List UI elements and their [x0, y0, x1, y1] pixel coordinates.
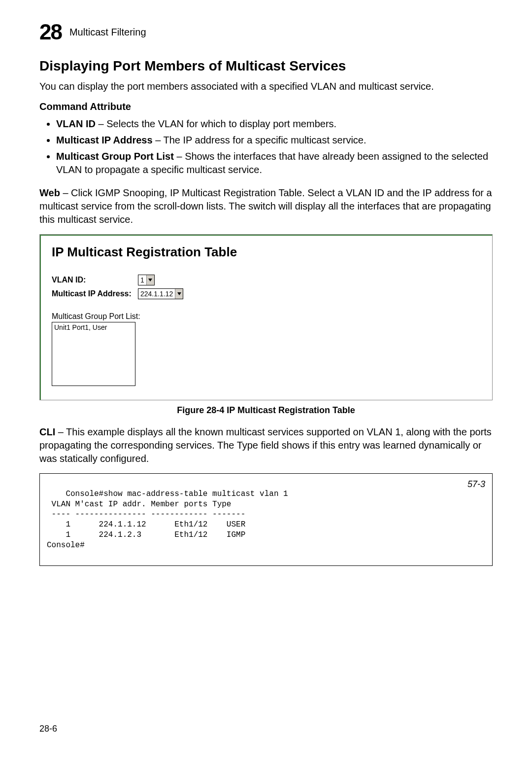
web-lead: Web	[39, 187, 60, 198]
chapter-title: Multicast Filtering	[69, 27, 146, 38]
cli-ref: 57-3	[467, 479, 485, 490]
list-item: Multicast IP Address – The IP address fo…	[56, 134, 493, 147]
port-list-label: Multicast Group Port List:	[52, 312, 481, 321]
section-heading: Displaying Port Members of Multicast Ser…	[39, 58, 493, 74]
cli-output-box: 57-3Console#show mac-address-table multi…	[39, 473, 493, 566]
chapter-number: 28	[39, 20, 62, 44]
intro-paragraph: You can display the port members associa…	[39, 80, 493, 93]
registration-table-panel-wrap: IP Multicast Registration Table VLAN ID:…	[39, 234, 493, 400]
command-attribute-heading: Command Attribute	[39, 101, 493, 112]
multicast-ip-value: 224.1.1.12	[140, 290, 175, 298]
port-list-item[interactable]: Unit1 Port1, User	[54, 323, 133, 331]
chevron-down-icon	[146, 275, 154, 285]
chapter-header: 28 Multicast Filtering	[39, 20, 493, 44]
web-desc: – Click IGMP Snooping, IP Multicast Regi…	[39, 187, 492, 225]
cli-lead: CLI	[39, 426, 55, 437]
list-item: Multicast Group Port List – Shows the in…	[56, 150, 493, 176]
svg-marker-1	[177, 292, 181, 295]
multicast-ip-label: Multicast IP Address:	[52, 289, 138, 298]
vlan-id-row: VLAN ID: 1	[52, 275, 481, 285]
page-number: 28-6	[39, 724, 493, 734]
vlan-id-dropdown[interactable]: 1	[138, 275, 155, 285]
bullet-term: VLAN ID	[56, 118, 96, 129]
cli-desc: – This example displays all the known mu…	[39, 426, 492, 464]
bullet-term: Multicast Group Port List	[56, 151, 174, 162]
vlan-id-value: 1	[140, 276, 146, 284]
bullet-desc: – Selects the VLAN for which to display …	[96, 118, 336, 129]
multicast-ip-row: Multicast IP Address: 224.1.1.12	[52, 288, 481, 299]
cli-text: Console#show mac-address-table multicast…	[47, 490, 288, 550]
vlan-id-label: VLAN ID:	[52, 276, 138, 284]
bullet-term: Multicast IP Address	[56, 135, 153, 145]
list-item: VLAN ID – Selects the VLAN for which to …	[56, 117, 493, 131]
figure-caption: Figure 28-4 IP Multicast Registration Ta…	[39, 405, 493, 416]
registration-table-panel: IP Multicast Registration Table VLAN ID:…	[40, 235, 492, 400]
web-paragraph: Web – Click IGMP Snooping, IP Multicast …	[39, 186, 493, 226]
cli-paragraph: CLI – This example displays all the know…	[39, 425, 493, 465]
multicast-ip-dropdown[interactable]: 224.1.1.12	[138, 288, 183, 299]
svg-marker-0	[148, 279, 152, 281]
port-list-box[interactable]: Unit1 Port1, User	[52, 322, 135, 386]
chevron-down-icon	[175, 289, 183, 299]
command-attribute-list: VLAN ID – Selects the VLAN for which to …	[39, 117, 493, 176]
bullet-desc: – The IP address for a specific multicas…	[153, 135, 366, 145]
panel-title: IP Multicast Registration Table	[52, 245, 481, 260]
